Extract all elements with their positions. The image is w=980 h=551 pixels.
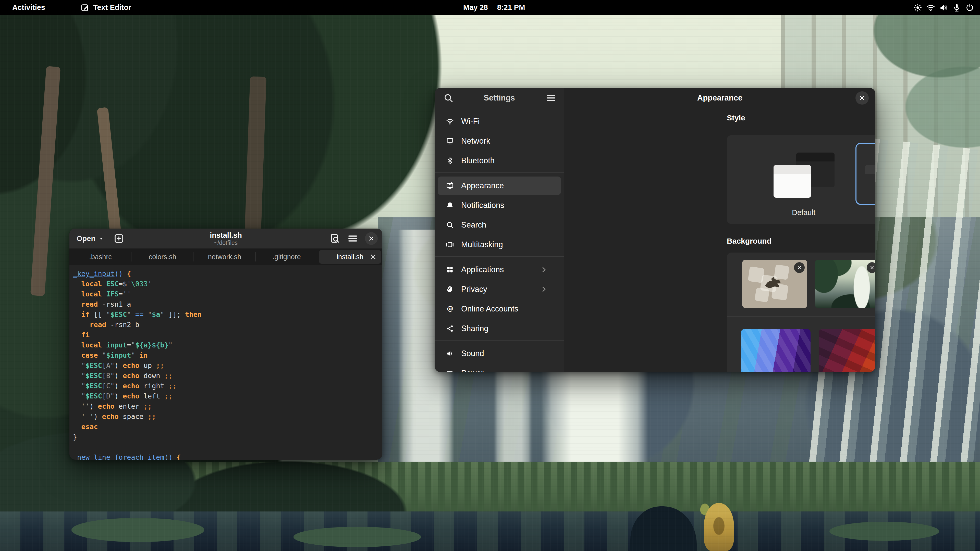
hamburger-menu-icon[interactable]	[546, 93, 556, 103]
svg-text:@: @	[447, 305, 453, 312]
background-section-header: Background Add Picture…	[727, 235, 875, 248]
microphone-icon[interactable]	[952, 3, 961, 12]
new-tab-button[interactable]	[113, 233, 124, 244]
code-line: esac	[73, 422, 382, 432]
editor-tab-install-sh[interactable]: install.sh	[319, 250, 381, 264]
time-label: 8:21 PM	[497, 3, 525, 12]
code-line: _new_line_foreach_item() {	[73, 452, 382, 460]
sidebar-item-search[interactable]: Search	[438, 216, 561, 234]
code-line	[73, 442, 382, 452]
code-line: if [[ "$ESC" == "$a" ]]; then	[73, 310, 382, 320]
style-option-label: Default	[792, 208, 815, 217]
settings-window: Settings Wi-FiNetworkBluetoothAppearance…	[434, 88, 875, 372]
sidebar-item-multitasking[interactable]: Multitasking	[438, 235, 561, 254]
search-icon[interactable]	[443, 93, 453, 103]
style-section-title: Style	[727, 114, 745, 122]
beige-dragon-wallpaper[interactable]	[742, 260, 807, 308]
sidebar-item-sharing[interactable]: Sharing	[438, 319, 561, 338]
chevron-down-icon	[98, 235, 105, 242]
style-option-dark[interactable]: Dark	[858, 145, 875, 217]
code-line: "$ESC[D") echo left ;;	[73, 391, 382, 401]
sidebar-item-label: Multitasking	[461, 240, 503, 249]
bluetooth-icon	[446, 157, 454, 165]
sidebar-divider	[434, 172, 564, 173]
sidebar-item-network[interactable]: Network	[438, 132, 561, 150]
tab-close-icon[interactable]	[369, 253, 377, 261]
background-picker-card	[727, 252, 875, 372]
open-document-button[interactable]: Open	[76, 234, 105, 243]
code-line: read -rsn1 a	[73, 299, 382, 310]
focused-app-menu[interactable]: Text Editor	[80, 3, 131, 12]
brightness-icon[interactable]	[913, 3, 922, 12]
wifi-icon[interactable]	[926, 3, 935, 12]
sidebar-item-label: Sound	[461, 349, 484, 358]
sidebar-item-bluetooth[interactable]: Bluetooth	[438, 151, 561, 170]
editor-tab-gitignore[interactable]: .gitignore	[256, 249, 318, 265]
preview-front-window	[773, 165, 811, 197]
sidebar-item-wi-fi[interactable]: Wi-Fi	[438, 112, 561, 130]
code-line: fi	[73, 330, 382, 340]
style-preview-dark[interactable]	[858, 145, 875, 203]
sidebar-item-label: Bluetooth	[461, 156, 495, 165]
tab-label: .gitignore	[272, 253, 301, 261]
editor-close-button[interactable]	[365, 232, 378, 245]
panel-title: Appearance	[697, 94, 742, 103]
sidebar-item-online-accounts[interactable]: @Online Accounts	[438, 300, 561, 318]
text-editor-window: Open install.sh ~/dotfiles .bashrccolors…	[69, 229, 382, 460]
editor-tab-bashrc[interactable]: .bashrc	[69, 249, 131, 265]
sidebar-item-appearance[interactable]: Appearance	[438, 176, 561, 195]
editor-tab-bar: .bashrccolors.shnetwork.sh.gitignoreinst…	[69, 249, 382, 265]
sidebar-item-power[interactable]: Power	[438, 364, 561, 372]
sidebar-headerbar: Settings	[434, 88, 564, 108]
code-line: ' ') echo space ;;	[73, 411, 382, 422]
date-label: May 28	[463, 3, 488, 12]
bell-icon	[446, 201, 454, 210]
style-preview-default[interactable]	[766, 145, 841, 203]
chevron-right-icon	[540, 286, 548, 293]
chevron-right-icon	[540, 266, 548, 273]
apps-grid-icon	[446, 265, 454, 274]
sidebar-item-notifications[interactable]: Notifications	[438, 196, 561, 214]
appearance-icon	[446, 182, 454, 190]
search-icon	[446, 221, 454, 229]
battery-icon	[446, 369, 454, 372]
sidebar-item-privacy[interactable]: Privacy	[438, 280, 561, 299]
code-line: local ESC=$'\033'	[73, 279, 382, 289]
text-editor-app-icon	[80, 3, 89, 12]
sidebar-item-applications[interactable]: Applications	[438, 260, 561, 279]
system-status-area[interactable]	[913, 3, 974, 12]
sidebar-item-label: Search	[461, 221, 486, 230]
power-icon[interactable]	[965, 3, 974, 12]
settings-close-button[interactable]	[856, 91, 869, 105]
clock-menu[interactable]: May 28 8:21 PM	[463, 3, 525, 12]
code-editor-area[interactable]: _key_input() { local ESC=$'\033' local I…	[69, 265, 382, 460]
appearance-panel: Appearance Style Default Dark Background…	[564, 88, 875, 372]
tab-label: network.sh	[208, 253, 242, 261]
editor-header-actions	[329, 232, 378, 245]
preview-front-window	[865, 165, 875, 197]
code-line: local input="${a}${b}"	[73, 340, 382, 350]
sidebar-item-sound[interactable]: Sound	[438, 345, 561, 363]
sidebar-divider	[434, 256, 564, 257]
at-icon: @	[446, 305, 454, 313]
blue-purple-geometric-wallpaper[interactable]	[741, 329, 811, 372]
hamburger-menu-icon[interactable]	[347, 233, 358, 244]
sidebar-item-label: Online Accounts	[461, 304, 518, 313]
editor-tab-network-sh[interactable]: network.sh	[193, 249, 256, 265]
dark-red-waves-wallpaper[interactable]	[819, 329, 875, 372]
activities-button[interactable]: Activities	[8, 3, 50, 12]
document-preview-icon[interactable]	[329, 233, 340, 244]
forest-waterfall-wallpaper[interactable]	[815, 260, 875, 308]
sidebar-item-list: Wi-FiNetworkBluetoothAppearanceNotificat…	[434, 108, 564, 372]
volume-icon[interactable]	[939, 3, 948, 12]
code-line: }	[73, 432, 382, 442]
dragon-logo	[760, 273, 783, 293]
remove-wallpaper-button[interactable]	[794, 262, 805, 273]
remove-wallpaper-button[interactable]	[867, 262, 875, 273]
editor-tab-colors-sh[interactable]: colors.sh	[131, 249, 193, 265]
style-option-default[interactable]: Default	[766, 145, 841, 217]
background-card-divider	[727, 316, 875, 317]
open-button-label: Open	[76, 234, 95, 243]
tab-label: install.sh	[337, 253, 363, 261]
panel-headerbar: Appearance	[564, 88, 875, 108]
